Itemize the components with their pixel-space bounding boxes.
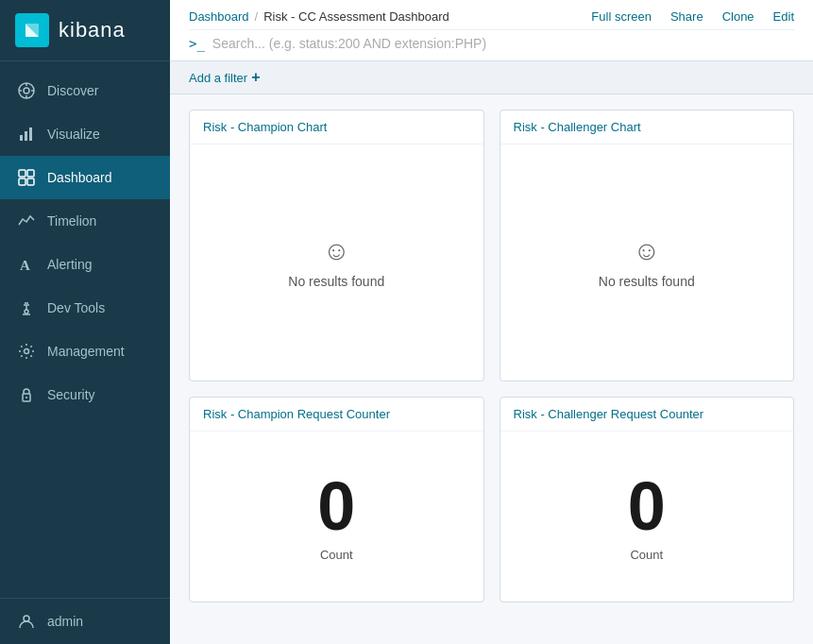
fullscreen-button[interactable]: Full screen <box>591 9 652 24</box>
champion-counter-value: 0 <box>317 472 355 540</box>
challenger-chart-title: Risk - Challenger Chart <box>500 110 794 144</box>
dashboard-grid: Risk - Champion Chart ☺ No results found… <box>189 110 794 602</box>
challenger-counter-label: Count <box>630 548 663 562</box>
devtools-icon <box>15 297 38 319</box>
sidebar-footer-user[interactable]: admin <box>0 598 170 644</box>
svg-rect-12 <box>27 170 34 177</box>
challenger-counter-title: Risk - Challenger Request Counter <box>500 398 794 432</box>
alerting-icon: A <box>15 253 38 276</box>
sidebar-item-security-label: Security <box>47 387 95 402</box>
sidebar-item-visualize[interactable]: Visualize <box>0 112 170 156</box>
search-row: >_ <box>189 29 794 60</box>
breadcrumb-separator: / <box>255 9 259 24</box>
kibana-logo-text: kibana <box>59 18 126 42</box>
sidebar-item-devtools-label: Dev Tools <box>47 300 105 315</box>
add-filter-label: Add a filter <box>189 71 247 85</box>
sidebar-item-dashboard-label: Dashboard <box>47 170 112 185</box>
sidebar-item-timelion-label: Timelion <box>47 213 96 229</box>
search-input[interactable] <box>212 36 794 51</box>
topbar-actions: Full screen Share Clone Edit <box>591 9 794 24</box>
challenger-chart-no-results: ☺ No results found <box>599 236 695 289</box>
management-icon <box>15 340 38 363</box>
svg-text:A: A <box>20 258 30 273</box>
svg-point-21 <box>25 349 29 354</box>
breadcrumb: Dashboard / Risk - CC Assessment Dashboa… <box>189 9 449 24</box>
svg-point-3 <box>24 88 29 93</box>
sidebar-item-alerting[interactable]: A Alerting <box>0 243 170 286</box>
sidebar-item-visualize-label: Visualize <box>47 127 100 142</box>
sidebar-item-security[interactable]: Security <box>0 373 170 416</box>
sidebar-navigation: Discover Visualize <box>0 61 170 598</box>
svg-rect-11 <box>19 170 25 177</box>
sidebar-item-dashboard[interactable]: Dashboard <box>0 156 170 199</box>
sidebar-item-discover-label: Discover <box>47 83 98 98</box>
champion-chart-no-results-label: No results found <box>288 274 384 289</box>
breadcrumb-row: Dashboard / Risk - CC Assessment Dashboa… <box>189 0 794 29</box>
edit-button[interactable]: Edit <box>773 9 794 24</box>
svg-point-23 <box>25 397 27 398</box>
sidebar-item-discover[interactable]: Discover <box>0 69 170 112</box>
sidebar-item-management-label: Management <box>47 344 125 359</box>
visualize-icon <box>15 123 38 145</box>
champion-counter-title: Risk - Champion Request Counter <box>190 398 483 432</box>
champion-chart-panel: Risk - Champion Chart ☺ No results found <box>189 110 484 381</box>
sidebar-item-timelion[interactable]: Timelion <box>0 199 170 243</box>
filter-row: Add a filter + <box>170 61 813 94</box>
challenger-chart-body: ☺ No results found <box>500 144 794 381</box>
champion-counter-panel: Risk - Champion Request Counter 0 Count <box>189 397 484 602</box>
sidebar-item-management[interactable]: Management <box>0 330 170 373</box>
user-icon <box>15 610 38 633</box>
security-icon <box>15 383 38 406</box>
topbar: Dashboard / Risk - CC Assessment Dashboa… <box>170 0 813 61</box>
sidebar-item-devtools[interactable]: Dev Tools <box>0 286 170 330</box>
add-filter-button[interactable]: Add a filter + <box>189 69 261 86</box>
svg-rect-10 <box>29 127 32 141</box>
share-button[interactable]: Share <box>670 9 703 24</box>
breadcrumb-home[interactable]: Dashboard <box>189 9 249 24</box>
challenger-chart-panel: Risk - Challenger Chart ☺ No results fou… <box>500 110 795 381</box>
add-filter-plus-icon: + <box>251 69 260 86</box>
svg-point-16 <box>25 310 28 314</box>
champion-counter-label: Count <box>320 548 353 562</box>
kibana-logo-icon <box>15 13 49 47</box>
dashboard-icon <box>15 166 38 189</box>
challenger-counter-value: 0 <box>628 472 666 540</box>
discover-icon <box>15 79 38 102</box>
challenger-chart-no-results-label: No results found <box>599 274 695 289</box>
no-results-smiley-icon: ☺ <box>323 236 350 266</box>
champion-chart-title: Risk - Champion Chart <box>190 110 483 144</box>
svg-rect-14 <box>27 178 34 185</box>
challenger-counter-panel: Risk - Challenger Request Counter 0 Coun… <box>500 397 795 602</box>
no-results-smiley-icon-2: ☺ <box>633 236 660 266</box>
search-prompt: >_ <box>189 36 205 51</box>
champion-counter-body: 0 Count <box>190 432 483 602</box>
sidebar-logo: kibana <box>0 0 170 61</box>
svg-point-24 <box>24 616 29 621</box>
breadcrumb-current: Risk - CC Assessment Dashboard <box>263 9 449 24</box>
timelion-icon <box>15 210 38 232</box>
svg-rect-8 <box>20 135 23 141</box>
champion-chart-body: ☺ No results found <box>190 144 483 381</box>
main-content: Dashboard / Risk - CC Assessment Dashboa… <box>170 0 813 644</box>
dashboard-content: Risk - Champion Chart ☺ No results found… <box>170 94 813 644</box>
sidebar-footer-username: admin <box>47 614 83 629</box>
clone-button[interactable]: Clone <box>722 9 754 24</box>
sidebar: kibana Discover <box>0 0 170 644</box>
svg-rect-9 <box>25 131 27 141</box>
sidebar-item-alerting-label: Alerting <box>47 257 92 272</box>
challenger-counter-body: 0 Count <box>500 432 794 602</box>
champion-chart-no-results: ☺ No results found <box>288 236 384 289</box>
svg-rect-13 <box>19 178 25 185</box>
